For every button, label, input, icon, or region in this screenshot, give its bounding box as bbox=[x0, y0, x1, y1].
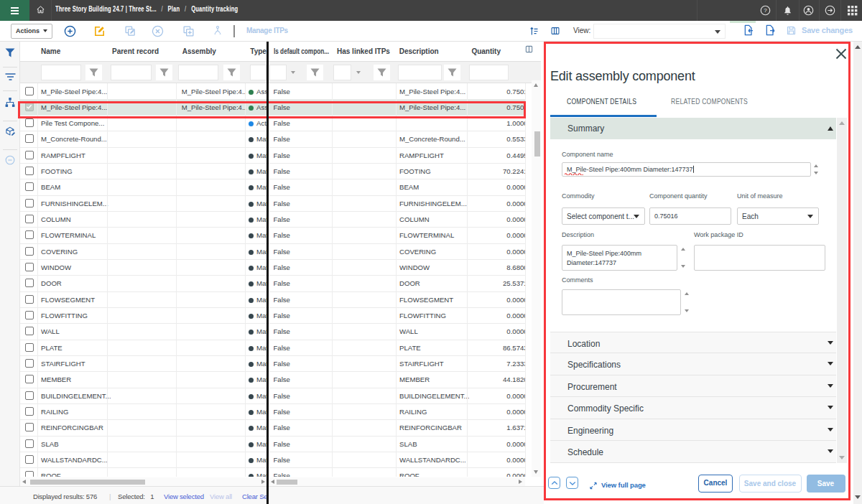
svg-text:?: ? bbox=[764, 7, 767, 14]
